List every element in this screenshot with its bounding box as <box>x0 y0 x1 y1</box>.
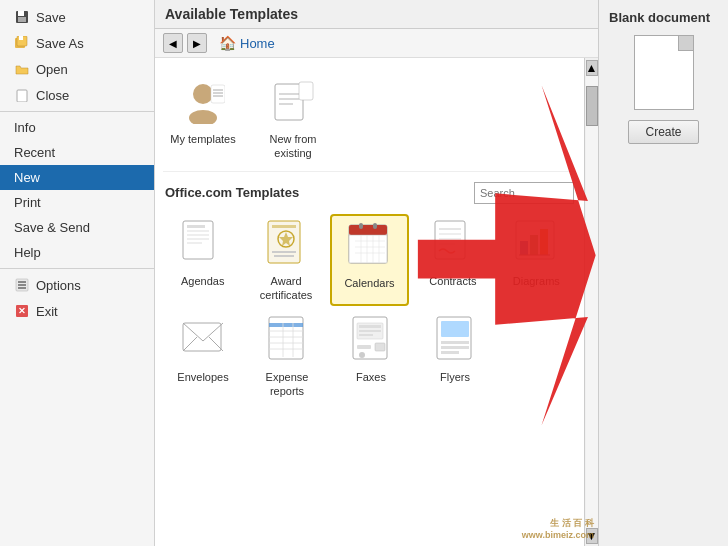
template-contracts[interactable]: Contracts <box>413 214 492 307</box>
diagrams-label: Diagrams <box>513 274 560 288</box>
main-content: Available Templates ◀ ▶ 🏠 Home <box>155 0 598 546</box>
svg-rect-37 <box>349 225 387 235</box>
right-panel: Blank document Create <box>598 0 728 546</box>
scroll-up[interactable]: ▲ <box>586 60 598 76</box>
template-diagrams[interactable]: Diagrams <box>497 214 576 307</box>
divider-1 <box>0 111 154 112</box>
header-title: Available Templates <box>165 6 298 22</box>
grid-row-2: Envelopes <box>163 310 576 403</box>
my-templates-label: My templates <box>170 132 235 146</box>
sidebar-label-options: Options <box>36 278 81 293</box>
template-agendas[interactable]: Agendas <box>163 214 242 307</box>
svg-rect-38 <box>349 235 387 263</box>
diagrams-icon <box>510 218 562 270</box>
template-award[interactable]: Award certificates <box>246 214 325 307</box>
template-faxes[interactable]: Faxes <box>331 310 411 403</box>
scroll-down[interactable]: ▼ <box>586 528 598 544</box>
svg-rect-34 <box>272 251 296 253</box>
svg-rect-73 <box>359 334 373 336</box>
my-templates-item[interactable]: My templates <box>163 72 243 165</box>
svg-rect-25 <box>187 225 205 228</box>
svg-rect-71 <box>359 325 381 328</box>
save-icon <box>14 9 30 25</box>
svg-rect-74 <box>375 343 385 351</box>
sidebar-item-close[interactable]: Close <box>0 82 154 108</box>
agendas-label: Agendas <box>181 274 224 288</box>
faxes-label: Faxes <box>356 370 386 384</box>
sidebar-item-save[interactable]: Save <box>0 4 154 30</box>
template-expense[interactable]: Expense reports <box>247 310 327 403</box>
expense-label: Expense reports <box>251 370 323 399</box>
sidebar-item-recent[interactable]: Recent <box>0 140 154 165</box>
sidebar-item-print[interactable]: Print <box>0 190 154 215</box>
flyers-label: Flyers <box>440 370 470 384</box>
sidebar: Save Save As Open Close Info Recent New … <box>0 0 155 546</box>
svg-rect-23 <box>299 82 313 100</box>
envelopes-icon <box>177 314 229 366</box>
svg-point-76 <box>359 352 365 358</box>
calendars-label: Calendars <box>344 276 394 290</box>
svg-rect-80 <box>441 346 469 349</box>
sidebar-item-exit[interactable]: ✕ Exit <box>0 298 154 324</box>
scrollbar[interactable]: ▲ ▼ <box>584 58 598 546</box>
exit-icon: ✕ <box>14 303 30 319</box>
sidebar-item-saveas[interactable]: Save As <box>0 30 154 56</box>
search-input[interactable] <box>474 182 574 204</box>
home-label: Home <box>240 36 275 51</box>
create-button[interactable]: Create <box>628 120 698 144</box>
home-icon: 🏠 <box>219 35 236 51</box>
sidebar-item-new[interactable]: New <box>0 165 154 190</box>
my-templates-icon <box>177 76 229 128</box>
sidebar-label-close: Close <box>36 88 69 103</box>
award-icon <box>260 218 312 270</box>
sidebar-item-savesend[interactable]: Save & Send <box>0 215 154 240</box>
template-calendars[interactable]: Calendars <box>330 214 409 307</box>
new-from-existing-icon <box>267 76 319 128</box>
template-envelopes[interactable]: Envelopes <box>163 310 243 403</box>
new-from-existing-label: New from existing <box>257 132 329 161</box>
back-button[interactable]: ◀ <box>163 33 183 53</box>
svg-rect-6 <box>17 90 27 102</box>
templates-header: Available Templates <box>155 0 598 29</box>
sidebar-label-new: New <box>14 170 40 185</box>
main-content-wrapper: Available Templates ◀ ▶ 🏠 Home <box>155 0 598 546</box>
svg-rect-54 <box>520 241 528 255</box>
svg-rect-35 <box>274 255 294 257</box>
svg-rect-2 <box>18 17 26 22</box>
svg-rect-78 <box>441 321 469 337</box>
sidebar-item-info[interactable]: Info <box>0 115 154 140</box>
template-flyers[interactable]: Flyers <box>415 310 495 403</box>
svg-rect-79 <box>441 341 469 344</box>
blank-doc-title: Blank document <box>609 10 710 25</box>
agendas-icon <box>177 218 229 270</box>
sidebar-item-open[interactable]: Open <box>0 56 154 82</box>
sidebar-label-info: Info <box>14 120 36 135</box>
sidebar-label-help: Help <box>14 245 41 260</box>
svg-rect-9 <box>18 284 26 286</box>
blank-doc-icon <box>634 35 694 110</box>
svg-rect-47 <box>373 223 377 229</box>
flyers-icon <box>429 314 481 366</box>
divider-2 <box>0 268 154 269</box>
office-section-title: Office.com Templates <box>165 185 299 200</box>
svg-rect-72 <box>359 330 381 332</box>
scroll-thumb[interactable] <box>586 86 598 126</box>
svg-rect-46 <box>359 223 363 229</box>
open-icon <box>14 61 30 77</box>
svg-rect-15 <box>211 85 225 103</box>
saveas-icon <box>14 35 30 51</box>
forward-button[interactable]: ▶ <box>187 33 207 53</box>
sidebar-label-exit: Exit <box>36 304 58 319</box>
sidebar-label-recent: Recent <box>14 145 55 160</box>
envelopes-label: Envelopes <box>177 370 228 384</box>
svg-rect-28 <box>187 238 209 240</box>
sidebar-item-options[interactable]: Options <box>0 272 154 298</box>
svg-rect-8 <box>18 281 26 283</box>
new-from-existing-item[interactable]: New from existing <box>253 72 333 165</box>
svg-rect-81 <box>441 351 459 354</box>
calendars-icon <box>343 220 395 272</box>
svg-rect-29 <box>187 242 202 244</box>
my-templates-row: My templates New from exi <box>163 66 576 172</box>
sidebar-item-help[interactable]: Help <box>0 240 154 265</box>
home-nav[interactable]: 🏠 Home <box>211 33 283 53</box>
